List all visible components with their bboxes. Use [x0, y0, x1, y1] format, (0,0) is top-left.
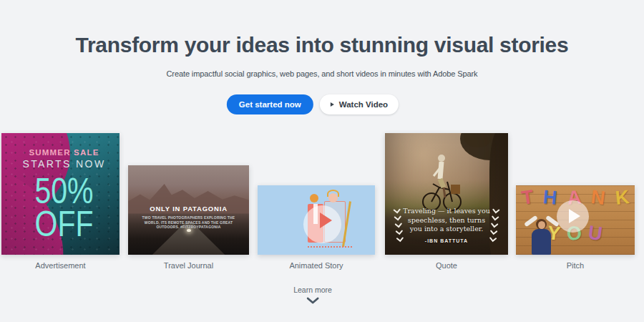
quote-line: you into a storyteller.: [385, 225, 508, 234]
quote-attribution: -IBN BATTUTA: [385, 237, 508, 246]
learn-more-link[interactable]: Learn more: [293, 286, 332, 304]
advertisement-text: SUMMER SALE STARTS NOW 50% OFF: [1, 133, 119, 255]
letter: U: [587, 222, 604, 245]
patagonia-title: ONLY IN PATAGONIA: [128, 205, 249, 213]
scalloped-edge: [308, 245, 352, 248]
card-caption: Quote: [385, 261, 508, 270]
cta-row: Get started now Watch Video: [227, 94, 399, 114]
get-started-button[interactable]: Get started now: [227, 94, 313, 114]
template-card-quote[interactable]: Traveling — it leaves you speechless, th…: [385, 133, 508, 270]
groom-head: [310, 194, 318, 203]
bride-hair-arc: [327, 190, 339, 197]
quote-text: Traveling — it leaves you speechless, th…: [385, 207, 508, 245]
girl-vest: [532, 229, 551, 255]
page-subtitle: Create impactful social graphics, web pa…: [0, 69, 644, 78]
summer-sale-text: SUMMER SALE: [9, 148, 119, 157]
letter: H: [542, 186, 558, 210]
template-card-travel-journal[interactable]: ONLY IN PATAGONIA TWO TRAVEL PHOTOGRAPHE…: [128, 165, 249, 270]
video-play-overlay: [557, 200, 589, 233]
page-title: Transform your ideas into stunning visua…: [0, 33, 644, 57]
template-card-advertisement[interactable]: SUMMER SALE STARTS NOW 50% OFF Advertise…: [1, 133, 119, 270]
watch-video-label: Watch Video: [339, 100, 388, 109]
template-card-pitch[interactable]: T H A N K Y O U Pitch: [516, 185, 635, 270]
starts-now-text: STARTS NOW: [9, 158, 119, 170]
chevron-down-icon[interactable]: [306, 297, 319, 304]
animated-story-thumbnail: [258, 185, 375, 255]
quote-line: Traveling — it leaves you: [385, 207, 508, 216]
letter: N: [590, 186, 606, 210]
girl-figure: [525, 214, 559, 255]
card-caption: Pitch: [516, 261, 635, 270]
get-started-label: Get started now: [239, 100, 301, 109]
quote-line: speechless, then turns: [385, 216, 508, 225]
learn-more-label: Learn more: [293, 286, 332, 294]
advertisement-thumbnail: SUMMER SALE STARTS NOW 50% OFF: [1, 133, 119, 255]
adobe-spark-landing-page: Transform your ideas into stunning visua…: [0, 0, 644, 322]
patagonia-subtitle: TWO TRAVEL PHOTOGRAPHERS EXPLORING THE W…: [128, 215, 249, 230]
card-caption: Advertisement: [1, 261, 119, 270]
play-icon: [569, 209, 580, 223]
play-icon: [320, 213, 332, 228]
card-caption: Travel Journal: [128, 261, 249, 270]
letter: T: [520, 186, 535, 210]
quote-thumbnail: Traveling — it leaves you speechless, th…: [385, 133, 508, 255]
girl-face: [538, 221, 545, 229]
card-caption: Animated Story: [258, 261, 375, 270]
letter: K: [614, 186, 630, 210]
off-text: OFF: [19, 208, 109, 240]
watch-video-button[interactable]: Watch Video: [320, 94, 399, 114]
travel-journal-thumbnail: ONLY IN PATAGONIA TWO TRAVEL PHOTOGRAPHE…: [128, 165, 249, 255]
pitch-thumbnail: T H A N K Y O U: [516, 185, 635, 255]
template-card-animated-story[interactable]: Animated Story: [258, 185, 375, 270]
fifty-percent-text: 50%: [19, 175, 109, 208]
play-icon: [331, 102, 334, 107]
